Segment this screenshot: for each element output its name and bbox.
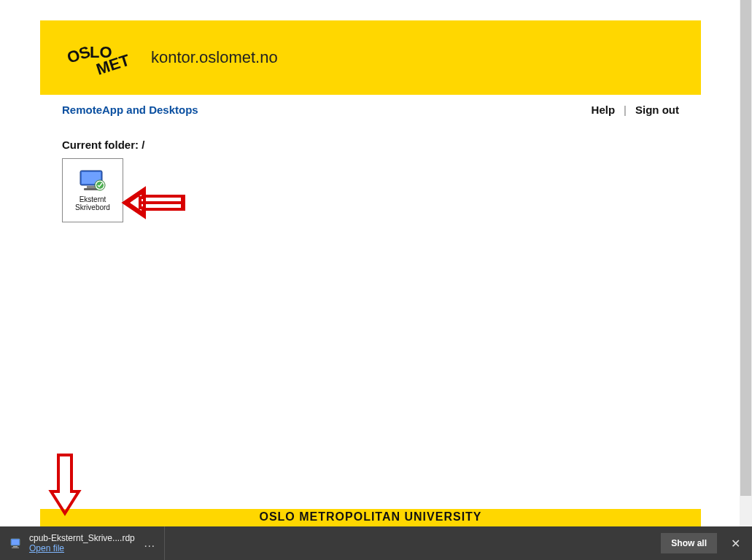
scrollbar-thumb[interactable] <box>740 0 751 496</box>
nav-right: Help | Sign out <box>592 104 679 116</box>
header-band: OS LO MET kontor.oslomet.no <box>40 20 701 95</box>
content-area: Current folder: / Eksternt <box>40 124 701 467</box>
current-folder-label: Current folder: / <box>62 139 679 151</box>
site-title: kontor.oslomet.no <box>151 48 278 67</box>
signout-link[interactable]: Sign out <box>635 104 679 116</box>
nav-section-title: RemoteApp and Desktops <box>62 104 198 116</box>
page-scroll-area: OS LO MET kontor.oslomet.no RemoteApp an… <box>0 0 740 526</box>
download-close-button[interactable]: ✕ <box>724 532 746 554</box>
download-item[interactable]: cpub-Eksternt_Skrive....rdp Open file … <box>0 526 165 560</box>
svg-rect-12 <box>13 546 18 548</box>
download-bar: cpub-Eksternt_Skrive....rdp Open file … … <box>0 526 752 560</box>
navbar: RemoteApp and Desktops Help | Sign out <box>40 95 701 124</box>
download-open-file-link[interactable]: Open file <box>29 543 135 553</box>
page-container: OS LO MET kontor.oslomet.no RemoteApp an… <box>40 20 701 467</box>
svg-rect-11 <box>12 540 19 545</box>
app-tile-label: Eksternt Skrivebord <box>64 195 121 211</box>
svg-text:OS: OS <box>65 42 93 67</box>
help-link[interactable]: Help <box>592 104 616 116</box>
download-text: cpub-Eksternt_Skrive....rdp Open file <box>29 533 135 554</box>
footer-band: OSLO METROPOLITAN UNIVERSITY <box>40 509 701 526</box>
footer-text: OSLO METROPOLITAN UNIVERSITY <box>259 510 481 523</box>
svg-rect-5 <box>87 186 96 188</box>
rdp-file-icon <box>10 537 23 550</box>
download-filename: cpub-Eksternt_Skrive....rdp <box>29 533 135 543</box>
vertical-scrollbar[interactable]: ▾ <box>740 0 752 560</box>
svg-rect-13 <box>12 548 19 549</box>
nav-separator: | <box>624 104 627 116</box>
oslomet-logo: OS LO MET <box>62 36 135 79</box>
download-show-all-button[interactable]: Show all <box>661 533 717 553</box>
download-more-button[interactable]: … <box>144 537 157 550</box>
remote-desktop-icon <box>78 169 107 192</box>
app-tile-eksternt-skrivebord[interactable]: Eksternt Skrivebord <box>62 158 123 222</box>
viewport: OS LO MET kontor.oslomet.no RemoteApp an… <box>0 0 752 560</box>
